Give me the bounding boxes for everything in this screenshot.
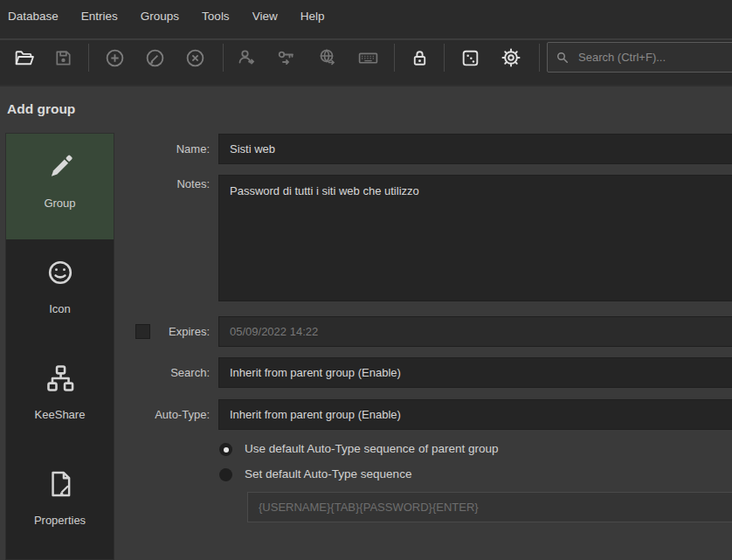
toolbar-separator [88,44,89,72]
sidebar-item-label: Group [44,197,75,210]
delete-entry-button[interactable] [177,40,212,75]
page-title: Add group [7,101,75,117]
toolbar-separator [223,44,224,72]
open-database-button[interactable] [6,40,41,75]
gear-icon [500,46,522,69]
menu-database[interactable]: Database [8,8,70,28]
key-arrow-icon [276,47,297,68]
user-arrow-icon [236,47,257,68]
search-setting-label: Search: [114,357,210,388]
hierarchy-icon [45,363,76,394]
lock-database-button[interactable] [402,40,437,75]
autotype-button[interactable] [350,40,385,75]
autotype-setting-label: Auto-Type: [114,399,210,430]
lock-icon [409,47,431,69]
save-icon [53,48,73,68]
folder-open-icon [13,47,35,69]
toolbar-separator [444,44,445,72]
edit-entry-button[interactable] [137,40,172,75]
autotype-inherit-select[interactable]: Inherit from parent group (Enable) [218,399,732,430]
use-default-sequence-radio[interactable] [219,443,232,456]
sidebar-item-label: Properties [34,514,86,527]
toolbar-separator [539,44,540,72]
edit-group-panel: Add group Group Icon [0,87,732,560]
copy-url-button[interactable] [310,40,345,75]
add-entry-button[interactable] [97,40,132,75]
autotype-sequence-input[interactable] [247,492,732,522]
password-generator-button[interactable] [452,40,487,75]
notes-textarea[interactable]: Password di tutti i siti web che utilizz… [218,175,732,301]
use-default-sequence-label[interactable]: Use default Auto-Type sequence of parent… [245,442,498,455]
name-input[interactable] [218,134,732,164]
category-sidebar: Group Icon KeeSh [5,133,114,560]
sidebar-item-properties[interactable]: Properties [6,451,114,557]
smiley-icon [45,257,76,288]
delete-circle-icon [184,47,206,69]
sidebar-item-group[interactable]: Group [6,134,114,239]
sidebar-item-label: Icon [49,302,71,315]
search-input[interactable] [578,51,732,64]
notes-label: Notes: [114,171,210,202]
expires-label: Expires: [114,316,210,347]
sidebar-item-keeshare[interactable]: KeeShare [6,345,114,451]
globe-arrow-icon [317,47,338,68]
menu-help[interactable]: Help [289,8,336,28]
add-circle-icon [104,47,126,69]
dice-icon [459,47,481,69]
name-label: Name: [114,134,210,164]
search-box [547,42,732,73]
search-inherit-select[interactable]: Inherit from parent group (Enable) [218,357,732,388]
toolbar [0,40,732,86]
copy-username-button[interactable] [229,40,264,75]
pencil-icon [45,151,76,183]
set-default-sequence-label[interactable]: Set default Auto-Type sequence [245,467,411,480]
menu-view[interactable]: View [241,8,289,28]
edit-circle-icon [144,47,166,69]
settings-button[interactable] [494,40,528,75]
save-database-button[interactable] [45,40,80,75]
copy-password-button[interactable] [269,40,304,75]
expires-datetime-input[interactable] [218,316,732,347]
toolbar-separator [394,44,395,72]
menu-entries[interactable]: Entries [70,8,129,28]
menu-tools[interactable]: Tools [190,8,241,28]
menu-groups[interactable]: Groups [129,8,190,28]
search-icon [555,50,570,66]
document-edit-icon [45,468,76,500]
set-default-sequence-radio[interactable] [219,468,232,481]
keyboard-icon [357,47,379,69]
menu-bar: Database Entries Groups Tools View Help [0,0,732,39]
sidebar-item-icon[interactable]: Icon [6,239,114,345]
sidebar-item-label: KeeShare [35,408,86,421]
